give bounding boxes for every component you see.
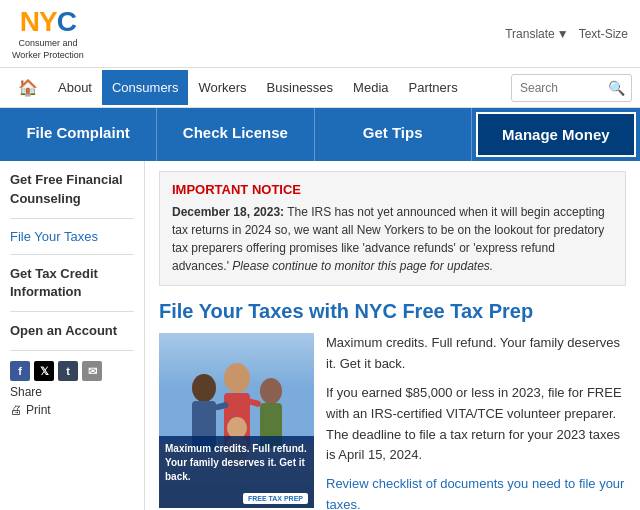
tumblr-icon[interactable]: t	[58, 361, 78, 381]
nav-item-consumers[interactable]: Consumers	[102, 70, 188, 105]
article-para-2: If you earned $85,000 or less in 2023, f…	[326, 383, 626, 466]
print-label: Print	[26, 403, 51, 417]
notice-body: December 18, 2023: The IRS has not yet a…	[172, 203, 613, 275]
share-label: Share	[10, 385, 42, 399]
sidebar-counseling-label: Get Free Financial Counseling	[10, 172, 123, 205]
nav-item-media[interactable]: Media	[343, 70, 398, 105]
main-layout: Get Free Financial Counseling File Your …	[0, 161, 640, 510]
search-button[interactable]: 🔍	[602, 75, 631, 101]
nav-home-button[interactable]: 🏠	[8, 68, 48, 107]
file-complaint-button[interactable]: File Complaint	[0, 108, 157, 161]
sidebar-file-taxes-link[interactable]: File Your Taxes	[10, 229, 98, 244]
important-notice-box: IMPORTANT NOTICE December 18, 2023: The …	[159, 171, 626, 286]
search-input[interactable]	[512, 76, 602, 100]
notice-title: IMPORTANT NOTICE	[172, 182, 613, 197]
sidebar-item-open-account: Open an Account	[10, 322, 134, 351]
nyc-logo-text: NYC	[20, 6, 76, 38]
sidebar-item-tax-credit: Get Tax Credit Information	[10, 265, 134, 312]
manage-money-button[interactable]: Manage Money	[476, 112, 636, 157]
svg-point-2	[192, 374, 216, 402]
nav-item-workers[interactable]: Workers	[188, 70, 256, 105]
article-image: Maximum credits. Full refund. Your famil…	[159, 333, 314, 508]
content-area: IMPORTANT NOTICE December 18, 2023: The …	[145, 161, 640, 510]
top-right-controls: Translate ▼ Text-Size	[505, 27, 628, 41]
article-area: Maximum credits. Full refund. Your famil…	[159, 333, 626, 510]
notice-date: December 18, 2023:	[172, 205, 284, 219]
translate-button[interactable]: Translate ▼	[505, 27, 568, 41]
sidebar-tax-credit-label: Get Tax Credit Information	[10, 266, 98, 299]
article-text-area: Maximum credits. Full refund. Your famil…	[326, 333, 626, 510]
action-bar: File Complaint Check License Get Tips Ma…	[0, 108, 640, 161]
overlay-text: Maximum credits. Full refund. Your famil…	[165, 442, 308, 484]
nav-item-about[interactable]: About	[48, 70, 102, 105]
sidebar-item-counseling: Get Free Financial Counseling	[10, 171, 134, 218]
logo-c: C	[57, 6, 76, 37]
nav-bar: 🏠 About Consumers Workers Businesses Med…	[0, 67, 640, 108]
article-para-1: Maximum credits. Full refund. Your famil…	[326, 333, 626, 375]
page-title-text: File Your Taxes with	[159, 300, 355, 322]
text-size-control[interactable]: Text-Size	[579, 27, 628, 41]
svg-point-4	[224, 363, 250, 393]
facebook-icon[interactable]: f	[10, 361, 30, 381]
svg-point-6	[260, 378, 282, 404]
logo: NYC Consumer and Worker Protection	[12, 6, 84, 61]
nav-item-partners[interactable]: Partners	[399, 70, 468, 105]
logo-subtitle: Consumer and Worker Protection	[12, 38, 84, 61]
page-title-highlight: NYC Free Tax Prep	[355, 300, 534, 322]
free-tax-prep-logo: FREE TAX PREP	[243, 493, 308, 504]
print-icon: 🖨	[10, 403, 22, 417]
search-box[interactable]: 🔍	[511, 74, 632, 102]
get-tips-button[interactable]: Get Tips	[315, 108, 472, 161]
print-row[interactable]: 🖨 Print	[10, 403, 134, 417]
sidebar-open-account-label: Open an Account	[10, 323, 117, 338]
check-license-button[interactable]: Check License	[157, 108, 314, 161]
page-title: File Your Taxes with NYC Free Tax Prep	[159, 300, 626, 323]
social-share-bar: f 𝕏 t ✉ Share	[10, 361, 134, 399]
review-checklist-link[interactable]: Review checklist of documents you need t…	[326, 476, 624, 510]
top-bar: NYC Consumer and Worker Protection Trans…	[0, 0, 640, 67]
nav-item-businesses[interactable]: Businesses	[257, 70, 343, 105]
dropdown-arrow-icon: ▼	[557, 27, 569, 41]
sidebar: Get Free Financial Counseling File Your …	[0, 161, 145, 510]
email-icon[interactable]: ✉	[82, 361, 102, 381]
sidebar-item-taxes: File Your Taxes	[10, 229, 134, 255]
notice-italic-text: Please continue to monitor this page for…	[232, 259, 493, 273]
twitter-icon[interactable]: 𝕏	[34, 361, 54, 381]
